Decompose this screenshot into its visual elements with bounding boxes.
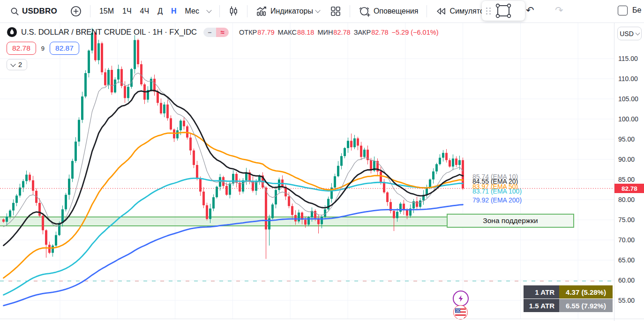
redo-button[interactable]: ↷ — [555, 5, 563, 16]
plus-circle-icon — [70, 6, 82, 17]
price-tick: 115.00 — [618, 55, 638, 62]
oil-drop-logo-icon — [7, 27, 17, 37]
open-value: 87.79 — [257, 29, 274, 36]
price-tick: 105.00 — [618, 95, 638, 103]
price-tick: 80.00 — [618, 196, 635, 203]
timeframe-week[interactable]: Н — [167, 5, 181, 18]
drag-handle-icon[interactable] — [486, 7, 491, 15]
timeframe-15m[interactable]: 15M — [95, 5, 118, 18]
chart-style-button[interactable] — [225, 3, 242, 19]
currency-label: USD — [620, 30, 634, 37]
atr-1-value: 4.37 (5.28%) — [559, 285, 613, 299]
indicators-label: Индикаторы — [270, 7, 313, 15]
toolbar-separator — [350, 5, 350, 17]
approx-data-pill[interactable]: ≈ — [216, 28, 229, 37]
atr-row: 1 ATR 4.37 (5.28%) — [524, 285, 613, 299]
price-tick: 65.00 — [618, 256, 635, 264]
us-flag-button[interactable] — [453, 305, 468, 320]
symbol-search-button[interactable]: USDBRO — [7, 4, 61, 18]
price-tick: 75.00 — [618, 216, 635, 224]
candlestick-chart[interactable] — [0, 0, 614, 321]
top-toolbar: USDBRO 15M 1Ч 4Ч Д Н Мес — [0, 0, 644, 23]
price-scale-panel[interactable]: USD 115.00 110.00 105.00 100.00 95.00 90… — [614, 22, 644, 321]
alarm-plus-icon — [359, 6, 371, 17]
pane-bottom-border — [0, 319, 644, 319]
collapsed-count: 2 — [18, 61, 22, 68]
symbol-legend: U.S. DOLLAR / BRENT CRUDE OIL · 1H · FX_… — [7, 27, 438, 37]
high-value: 88.18 — [297, 29, 314, 36]
chart-title[interactable]: U.S. DOLLAR / BRENT CRUDE OIL · 1H · FX_… — [21, 28, 197, 37]
open-label: ОТКР — [239, 29, 257, 36]
toolbar-separator — [219, 5, 220, 17]
ema-label-100: 83.71 (EMA 100) — [472, 187, 522, 195]
close-label: ЗАКР — [354, 29, 371, 36]
currency-selector[interactable]: USD — [617, 27, 642, 40]
toolbar-separator — [247, 5, 247, 17]
candles-style-icon — [228, 6, 239, 17]
price-tick: 55.00 — [618, 297, 635, 304]
timeframe-day[interactable]: Д — [153, 5, 167, 18]
us-flag-icon — [454, 306, 467, 319]
alerts-label: Оповещения — [374, 7, 419, 15]
header-checkbox[interactable] — [618, 6, 628, 15]
low-value: 82.78 — [333, 29, 350, 36]
grid-layout-icon — [330, 6, 341, 17]
price-tick: 70.00 — [618, 236, 635, 244]
drawing-tool-card — [482, 1, 525, 21]
timeframe-month[interactable]: Мес — [181, 5, 203, 18]
last-price-tag: 82.78 — [614, 184, 644, 193]
atr-row: 1.5 ATR 6.55 (7.92%) — [524, 299, 613, 312]
chevron-down-icon — [10, 61, 15, 67]
indicators-icon — [256, 6, 268, 17]
spread-value: 9 — [41, 45, 45, 52]
alerts-button[interactable]: Оповещения — [355, 3, 422, 20]
price-tick: 60.00 — [618, 276, 635, 284]
undo-button[interactable]: ↶ — [526, 5, 534, 16]
rewind-icon — [435, 7, 447, 16]
low-label: МИН — [317, 29, 333, 36]
indicators-collapse-chip[interactable]: 2 — [7, 59, 27, 70]
indicators-button[interactable]: Индикаторы — [252, 3, 323, 19]
ohlc-values: ОТКР87.79 МАКС88.18 МИН82.78 ЗАКР82.78 −… — [239, 29, 438, 36]
search-icon — [10, 7, 19, 16]
atr-15-label: 1.5 ATR — [524, 299, 559, 312]
legend-pills: – ≈ — [203, 28, 229, 37]
atr-1-label: 1 ATR — [524, 285, 559, 299]
chevron-down-icon — [206, 7, 211, 13]
compare-add-button[interactable] — [67, 3, 85, 19]
toolbar-separator — [90, 5, 90, 17]
price-tick: 95.00 — [618, 135, 635, 143]
flash-boost-button[interactable] — [453, 291, 469, 306]
price-tick: 100.00 — [618, 115, 638, 123]
high-label: МАКС — [278, 29, 297, 36]
buy-price-button[interactable]: 82.87 — [50, 42, 79, 55]
hide-indicator-pill[interactable]: – — [203, 28, 216, 37]
close-value: 82.78 — [371, 29, 388, 36]
timeframe-dropdown-button[interactable] — [203, 8, 215, 15]
lightning-icon — [457, 295, 464, 302]
chevron-down-icon — [315, 7, 320, 13]
chevron-down-icon — [635, 30, 640, 35]
symbol-name: USDBRO — [22, 7, 57, 16]
layout-templates-button[interactable] — [326, 3, 345, 19]
sell-price-button[interactable]: 82.78 — [7, 42, 36, 55]
atr-table: 1 ATR 4.37 (5.28%) 1.5 ATR 6.55 (7.92%) — [524, 285, 613, 313]
support-zone-label[interactable]: Зона поддержки — [447, 214, 574, 228]
timeframe-1h[interactable]: 1Ч — [118, 5, 136, 18]
change-value: −5.29 (−6.01%) — [392, 29, 439, 36]
bid-ask-row: 82.78 9 82.87 — [7, 42, 79, 55]
selection-rectangle-tool-icon[interactable] — [494, 2, 513, 20]
timeframe-4h[interactable]: 4Ч — [136, 5, 154, 18]
price-tick: 85.00 — [618, 176, 635, 183]
header-truncated-label: Бе — [632, 6, 641, 15]
atr-15-value: 6.55 (7.92%) — [559, 299, 613, 312]
toolbar-separator — [427, 5, 427, 17]
price-tick: 90.00 — [618, 156, 635, 163]
ema-label-200: 79.92 (EMA 200) — [472, 196, 522, 204]
price-tick: 110.00 — [618, 75, 638, 82]
